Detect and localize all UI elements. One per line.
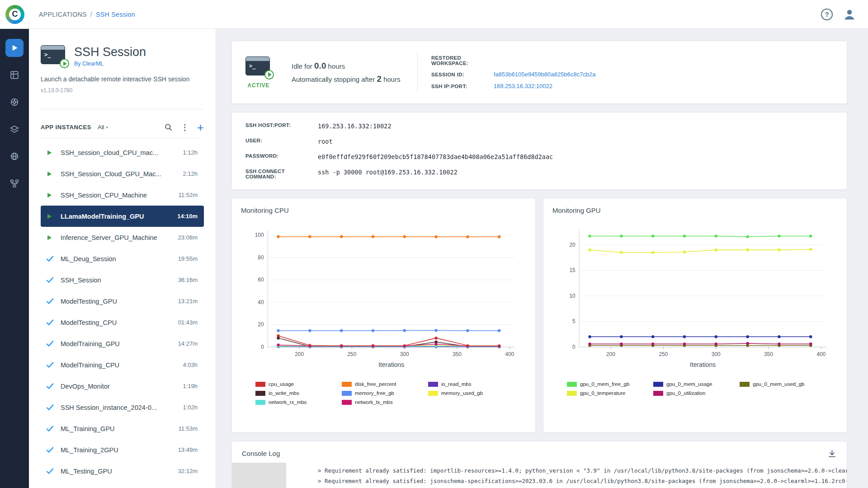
app-instance-row[interactable]: ModelTesting_GPU13:21m [41, 291, 204, 312]
completed-status-icon [46, 277, 55, 283]
clearml-logo[interactable]: C [5, 5, 24, 24]
main-content: >_ ACTIVE Idle for 0.0 hours Automatical… [216, 29, 868, 488]
app-title: SSH Session [74, 45, 146, 59]
gpu-chart-legend: gpu_0_mem_free_gbgpu_0_mem_usagegpu_0_me… [552, 381, 838, 396]
check-icon [46, 425, 54, 432]
chevron-down-icon: ▾ [106, 125, 108, 130]
completed-status-icon [46, 404, 55, 411]
instance-runtime: 1:02h [183, 404, 198, 411]
app-instance-row[interactable]: ModelTraining_GPU14:27m [41, 333, 204, 354]
legend-item[interactable]: io_read_mbs [428, 381, 512, 387]
running-status-icon [46, 235, 55, 241]
completed-status-icon [46, 361, 55, 368]
legend-item[interactable]: memory_used_gb [428, 390, 512, 396]
instances-header: APP INSTANCES All ▾ ⋮ + [41, 117, 204, 138]
app-byline-link[interactable]: By ClearML [74, 61, 104, 67]
legend-item[interactable]: network_rx_mbs [255, 399, 339, 405]
completed-status-icon [46, 425, 55, 432]
instance-name: SSH_Session_CPU_Machine [61, 192, 174, 199]
app-instance-row[interactable]: DevOps_Monitor1:19h [41, 375, 204, 397]
breadcrumb-current-page[interactable]: SSH Session [96, 11, 135, 18]
gpu-chart-title: Monitoring GPU [552, 206, 838, 214]
ssh-ip-port-link[interactable]: 169.253.16.332:10022 [494, 83, 596, 89]
legend-item[interactable]: io_write_mbs [255, 390, 339, 396]
legend-label: gpu_0_mem_free_gb [580, 381, 629, 387]
app-instance-row[interactable]: ML_Training_2GPU13:49m [41, 439, 204, 460]
session-id-link[interactable]: fa853b6105e9459b80a825b6c8c7cb2a [494, 71, 596, 78]
legend-item[interactable]: network_tx_mbs [342, 399, 425, 405]
rail-pipelines-icon[interactable] [5, 174, 24, 192]
legend-swatch [653, 391, 663, 396]
gpu-chart[interactable]: 05101520200250300350400Iterations [552, 218, 838, 377]
instance-runtime: 4:03h [183, 361, 198, 368]
running-status-icon [46, 171, 55, 177]
ssh-app-icon: >_ [41, 45, 67, 67]
legend-item[interactable]: gpu_0_mem_used_gb [740, 381, 823, 387]
check-icon [46, 361, 54, 368]
add-instance-button[interactable]: + [197, 123, 204, 132]
app-instance-row[interactable]: Inference_Server_GPU_Machine23:08m [41, 227, 204, 248]
svg-text:100: 100 [255, 232, 264, 238]
instances-title: APP INSTANCES [41, 124, 91, 131]
legend-swatch [342, 382, 352, 387]
legend-item[interactable]: gpu_0_mem_usage [653, 381, 737, 387]
legend-item[interactable]: cpu_usage [255, 381, 339, 387]
instance-name: ML_Testing_GPU [61, 468, 174, 475]
user-avatar-icon[interactable] [843, 8, 856, 21]
instances-filter-dropdown[interactable]: All ▾ [98, 124, 108, 131]
app-instance-row[interactable]: ML_Testing_GPU32:12m [41, 460, 204, 482]
svg-text:300: 300 [400, 351, 409, 357]
legend-item[interactable]: gpu_0_mem_free_gb [567, 381, 651, 387]
app-instance-row[interactable]: ModelTesting_CPU01:43m [41, 312, 204, 333]
legend-item[interactable]: gpu_0_utilization [653, 390, 737, 396]
app-instance-row[interactable]: SSH_Session36:16m [41, 269, 204, 291]
rail-resources-globe-icon[interactable] [5, 147, 24, 165]
completed-status-icon [46, 298, 55, 305]
app-instance-row[interactable]: ModelTraining_CPU4:03h [41, 354, 204, 375]
top-bar: C APPLICATIONS / SSH Session ? [0, 0, 868, 29]
svg-text:40: 40 [258, 299, 264, 305]
instance-name: ModelTesting_CPU [61, 319, 174, 326]
legend-label: gpu_0_mem_usage [666, 381, 712, 387]
app-instance-row[interactable]: SSH_Session_Cloud_GPU_Mac...2:12h [41, 163, 204, 184]
rail-projects-grid-icon[interactable] [5, 66, 24, 84]
rail-datasets-layers-icon[interactable] [5, 120, 24, 138]
app-instance-row[interactable]: ML_Deug_Session19:55m [41, 248, 204, 269]
svg-text:400: 400 [505, 351, 514, 357]
instance-name: ML_Training_2GPU [61, 446, 174, 454]
instance-name: LLamaModelTraining_GPU [61, 213, 173, 220]
legend-item[interactable]: gpu_0_temperature [567, 390, 651, 396]
connection-rows: SSH HOST:PORT:169.253.16.332:10022USER:r… [245, 122, 833, 179]
breadcrumb-applications[interactable]: APPLICATIONS [39, 11, 87, 18]
legend-swatch [740, 382, 750, 387]
search-icon[interactable] [164, 123, 173, 131]
play-icon [46, 192, 52, 198]
log-lines: > Requirement already satisfied: importl… [286, 463, 847, 488]
instance-name: SSH Session_instance_2024-0... [61, 404, 178, 411]
app-header: >_ SSH Session By ClearML [41, 45, 204, 67]
download-log-icon[interactable] [827, 449, 837, 458]
app-instance-row[interactable]: SSH Session_instance_2024-0...1:02h [41, 397, 204, 418]
log-gutter [232, 463, 286, 488]
cpu-chart[interactable]: 020406080100200250300350400Iterations [241, 218, 526, 377]
instance-runtime: 32:12m [178, 468, 198, 474]
running-status-icon [46, 213, 55, 220]
svg-text:350: 350 [764, 351, 773, 357]
app-instance-row[interactable]: LLamaModelTraining_GPU14:10m [41, 206, 204, 227]
legend-swatch [342, 400, 352, 405]
help-icon[interactable]: ? [821, 9, 833, 20]
legend-item[interactable]: disk_free_percent [342, 381, 425, 387]
app-instance-row[interactable]: ML_Training_GPU11:53m [41, 418, 204, 439]
console-log-body[interactable]: > Requirement already satisfied: importl… [232, 463, 847, 488]
idle-time-line: Idle for 0.0 hours [292, 61, 401, 71]
left-rail [0, 29, 29, 488]
app-instance-row[interactable]: SSH_Session_CPU_Machine11:52m [41, 184, 204, 206]
check-icon [46, 468, 54, 474]
rail-applications-icon[interactable] [5, 39, 24, 57]
legend-item[interactable]: memory_free_gb [342, 390, 425, 396]
rail-workers-icon[interactable] [5, 93, 24, 111]
app-instance-row[interactable]: SSH_session_cloud_CPU_mac...1:12h [41, 142, 204, 163]
kebab-menu-icon[interactable]: ⋮ [181, 122, 189, 132]
svg-text:80: 80 [258, 254, 264, 261]
instance-name: ML_Deug_Session [61, 255, 174, 263]
